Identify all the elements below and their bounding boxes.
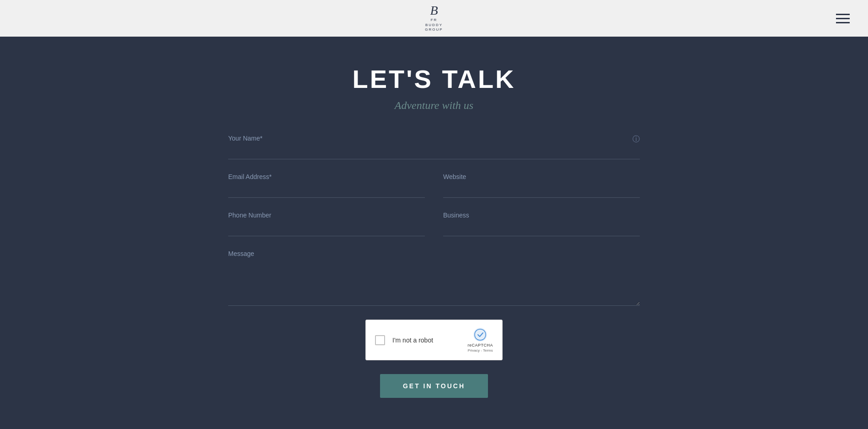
message-field-container: Message: [228, 250, 640, 306]
page-subtitle: Adventure with us: [395, 99, 473, 112]
recaptcha-logo-area: reCAPTCHA Privacy - Terms: [467, 327, 493, 353]
page-title: LET'S TALK: [352, 64, 515, 94]
business-input[interactable]: [443, 223, 640, 236]
submit-wrapper: GET IN TOUCH: [228, 374, 640, 398]
name-row: Your Name* ⓘ: [228, 135, 640, 159]
phone-input[interactable]: [228, 223, 425, 236]
recaptcha-icon: [473, 327, 488, 342]
captcha-checkbox[interactable]: [375, 335, 385, 345]
email-input[interactable]: [228, 184, 425, 198]
hamburger-line-2: [836, 18, 850, 19]
email-website-row: Email Address* Website: [228, 173, 640, 198]
message-label: Message: [228, 250, 640, 257]
recaptcha-privacy: Privacy - Terms: [468, 348, 493, 353]
name-field-icon: ⓘ: [632, 135, 640, 144]
site-header: B FR BUDDY GROUP: [0, 0, 868, 37]
svg-point-0: [473, 328, 487, 342]
submit-button[interactable]: GET IN TOUCH: [380, 374, 488, 398]
website-field-container: Website: [443, 173, 640, 198]
message-input[interactable]: [228, 261, 640, 306]
captcha-label: I'm not a robot: [392, 337, 460, 344]
phone-field-container: Phone Number: [228, 212, 425, 236]
logo-icon: B: [430, 4, 438, 17]
message-row: Message: [228, 250, 640, 306]
captcha-wrapper: I'm not a robot reCAPTCHA Privacy - Term…: [228, 320, 640, 360]
business-label: Business: [443, 212, 640, 219]
business-field-container: Business: [443, 212, 640, 236]
logo[interactable]: B FR BUDDY GROUP: [425, 4, 443, 32]
website-label: Website: [443, 173, 640, 180]
website-input[interactable]: [443, 184, 640, 198]
hamburger-menu[interactable]: [836, 14, 850, 23]
name-label: Your Name*: [228, 135, 640, 142]
hamburger-line-3: [836, 22, 850, 23]
name-input[interactable]: [228, 146, 640, 159]
contact-form: Your Name* ⓘ Email Address* Website Phon…: [228, 135, 640, 398]
phone-business-row: Phone Number Business: [228, 212, 640, 236]
main-content: LET'S TALK Adventure with us Your Name* …: [0, 37, 868, 429]
hamburger-line-1: [836, 14, 850, 15]
email-label: Email Address*: [228, 173, 425, 180]
name-field: Your Name* ⓘ: [228, 135, 640, 159]
logo-text: FR BUDDY GROUP: [425, 18, 443, 32]
captcha-box[interactable]: I'm not a robot reCAPTCHA Privacy - Term…: [365, 320, 503, 360]
phone-label: Phone Number: [228, 212, 425, 219]
recaptcha-brand: reCAPTCHA: [467, 343, 493, 348]
email-field-container: Email Address*: [228, 173, 425, 198]
